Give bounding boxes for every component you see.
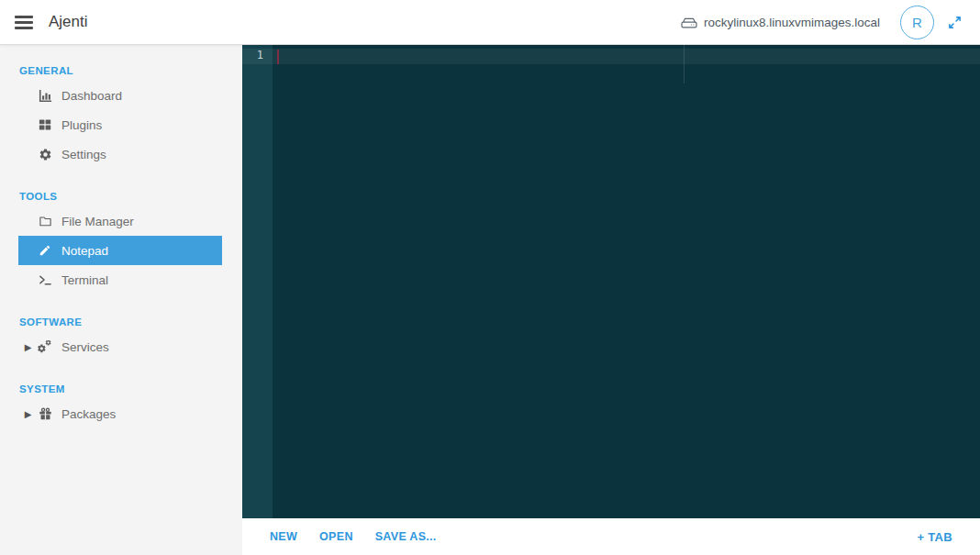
pencil-icon [37,243,53,258]
caret-right-icon: ▶ [22,409,34,419]
avatar-letter: R [912,15,922,30]
code-editor[interactable]: 1 [242,45,980,518]
sidebar-section-tools: TOOLS [19,191,242,202]
menu-icon[interactable] [11,10,37,34]
editor-content [276,49,980,518]
sidebar-item-settings[interactable]: Settings [18,139,222,169]
gift-icon [37,406,53,421]
sidebar-item-packages[interactable]: ▶Packages [18,399,222,428]
sidebar-item-label: Dashboard [61,89,122,103]
sidebar-section-system: SYSTEM [19,383,242,394]
sidebar-item-terminal[interactable]: Terminal [18,265,222,294]
sidebar-item-label: File Manager [61,215,134,228]
editor-gutter: 1 [242,45,273,518]
sidebar-item-label: Packages [61,407,116,421]
terminal-icon [37,272,53,287]
folder-icon [37,214,53,228]
ajenti-app: Ajenti rockylinux8.linuxvmimages.local R [0,0,980,555]
app-header: Ajenti rockylinux8.linuxvmimages.local R [0,0,980,45]
new-button[interactable]: NEW [270,530,297,543]
sidebar-item-label: Notepad [61,244,108,258]
open-button[interactable]: OPEN [319,530,353,543]
gears-icon [37,339,53,354]
save-as-button[interactable]: SAVE AS... [375,530,437,543]
avatar[interactable]: R [900,6,934,39]
sidebar-section-general: GENERAL [19,65,242,76]
main-panel: 1 NEWOPENSAVE AS...+ TAB [242,45,980,555]
notepad-toolbar: NEWOPENSAVE AS...+ TAB [242,518,980,555]
sidebar: GENERALDashboardPluginsSettingsTOOLSFile… [0,45,242,555]
sidebar-item-notepad[interactable]: Notepad [18,236,222,265]
grid-icon [37,117,53,132]
sidebar-item-label: Terminal [61,273,108,287]
sidebar-item-label: Settings [61,148,106,161]
caret-right-icon: ▶ [22,342,34,352]
sidebar-section-software: SOFTWARE [19,316,242,327]
bar-chart-icon [37,88,53,103]
sidebar-item-plugins[interactable]: Plugins [18,110,222,139]
expand-icon[interactable] [948,16,962,29]
sidebar-item-file-manager[interactable]: File Manager [18,206,222,236]
hostname: rockylinux8.linuxvmimages.local [704,16,880,29]
tab-button[interactable]: + TAB [918,530,952,544]
gear-icon [37,147,53,161]
app-title: Ajenti [49,13,88,31]
header-right: rockylinux8.linuxvmimages.local R [681,6,962,39]
hdd-icon [681,16,697,29]
sidebar-item-label: Plugins [61,118,102,132]
app-body: GENERALDashboardPluginsSettingsTOOLSFile… [0,45,980,555]
sidebar-item-services[interactable]: ▶Services [18,332,222,361]
sidebar-item-label: Services [61,340,109,354]
sidebar-item-dashboard[interactable]: Dashboard [18,81,222,110]
